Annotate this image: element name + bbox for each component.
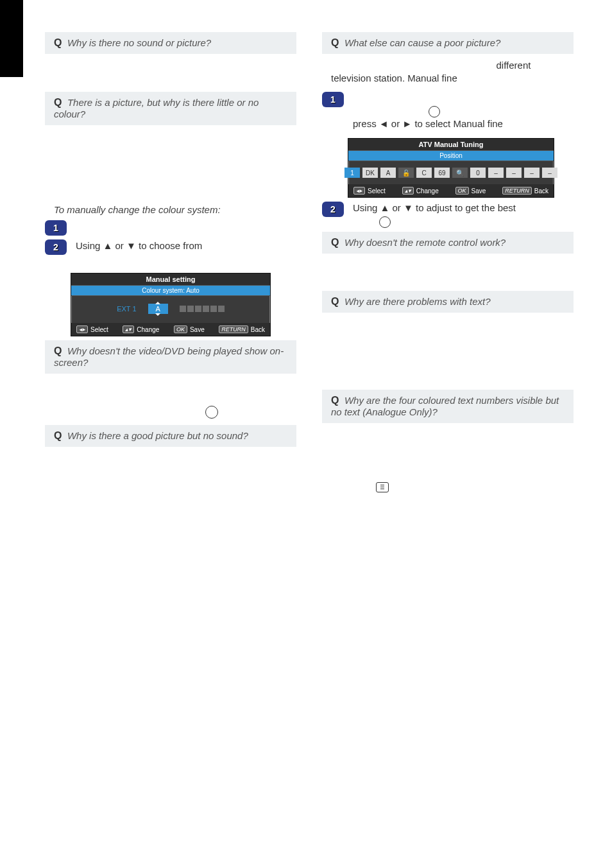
cell-lock-icon[interactable]: 🔓 (398, 168, 414, 178)
q-text: There is a picture, but why is there lit… (54, 97, 259, 119)
cell-offset[interactable]: 0 (470, 168, 486, 178)
answer-block: A When using an external source, for ins… (45, 125, 296, 198)
q-label: Q (331, 237, 339, 248)
cell-band[interactable]: C (416, 168, 432, 178)
atv-tuning-dialog: ATV Manual Tuning Position 1 DK A 🔓 C 69… (348, 138, 554, 198)
dialog-dots (180, 306, 225, 312)
ok-icon: OK (429, 106, 440, 117)
question-band: Q Why doesn't the remote control work? (322, 232, 574, 254)
answer-text: Check all lead connections. Sound may ha… (54, 453, 282, 476)
footer-back: Back (251, 326, 265, 333)
cell-colour-system[interactable]: A (380, 168, 396, 178)
ok-key-icon: OK (174, 326, 187, 333)
footer-select: Select (90, 326, 108, 333)
answer-block: A Make sure the video recorder or DVD pl… (45, 374, 296, 421)
side-tab (0, 0, 23, 77)
q-label: Q (54, 37, 62, 49)
answer-text: Make sure the video recorder or DVD play… (54, 379, 281, 417)
return-key-icon: RETURN (502, 187, 532, 195)
cell-system[interactable]: DK (362, 168, 378, 178)
answer-block: A Text has been selected while viewing a… (322, 423, 574, 496)
ok-key-icon: OK (455, 187, 469, 195)
step-number-badge: 1 (322, 92, 344, 107)
cell-name[interactable]: – (506, 168, 522, 178)
a-label: A (331, 59, 338, 72)
sub-instruction: To manually change the colour system: (54, 204, 296, 215)
q-text: Why doesn't the video/DVD being played s… (54, 345, 284, 368)
step-text: Using ▲ or ▼ to choose from Auto, PAL, S… (76, 239, 296, 266)
q-text: Why is there no sound or picture? (67, 37, 211, 48)
nav-key-icon: ▴▾ (123, 326, 134, 333)
return-key-icon: RETURN (219, 326, 248, 333)
dialog-subtitle: Position (348, 151, 554, 161)
dialog-row-value[interactable]: A (148, 304, 168, 314)
answer-block: A Check that the batteries are not dead … (322, 254, 574, 288)
footer-change: Change (416, 187, 439, 195)
q-label: Q (54, 97, 62, 108)
input-source-icon: ⊕ (205, 406, 218, 419)
footer-save: Save (190, 326, 205, 333)
footer-back: Back (534, 187, 548, 195)
a-label: A (54, 130, 61, 143)
cell-channel[interactable]: 69 (434, 168, 450, 178)
question-band: Q There is a picture, but why is there l… (45, 92, 296, 125)
nav-key-icon: ▴▾ (402, 187, 414, 195)
answer-block: A Check the television is not in standby… (45, 54, 296, 88)
a-label: A (54, 59, 61, 72)
answer-text: Check the television is not in standby m… (54, 60, 284, 83)
answer-text: Check that the batteries are not dead or… (331, 259, 550, 283)
question-band: Q Why doesn't the video/DVD being played… (45, 340, 296, 374)
dialog-footer: ◂▸Select ▴▾Change OKSave RETURNBack (71, 323, 270, 336)
cell-name[interactable]: – (542, 168, 557, 178)
q-text: Why are there problems with text? (344, 296, 491, 307)
answer-text: Good performance of text depends on a go… (331, 318, 563, 381)
ok-icon: OK (379, 216, 391, 228)
q-text: Why is there a good picture but no sound… (67, 430, 248, 441)
footer-change: Change (137, 326, 159, 333)
q-text: Why are the four coloured text numbers v… (331, 395, 559, 417)
cell-name[interactable]: – (524, 168, 540, 178)
q-label: Q (331, 395, 339, 406)
dialog-body: EXT 1 A (71, 296, 270, 323)
dialog-row-label: EXT 1 (117, 305, 136, 313)
answer-block: A Good performance of text depends on a … (322, 313, 574, 385)
step-number-badge: 1 (45, 220, 67, 236)
a-label: A (331, 428, 338, 441)
dialog-footer: ◂▸Select ▴▾Change OKSave RETURNBack (348, 184, 554, 197)
answer-text: Text has been selected while viewing an … (331, 429, 563, 492)
right-column: Q What else can cause a poor picture? A … (322, 26, 574, 496)
a-label: A (331, 318, 338, 331)
answer-block: A Interference or a weak signal. Try a d… (322, 54, 574, 88)
q-text: What else can cause a poor picture? (344, 37, 500, 48)
a-label: A (54, 452, 61, 465)
step-text: From the Setup menu, select Manual setti… (76, 220, 296, 233)
left-column: Q Why is there no sound or picture? A Ch… (45, 26, 296, 496)
step-text: Select the ATV Manual Tuning menu. Highl… (353, 92, 574, 131)
cell-name[interactable]: – (488, 168, 504, 178)
step-row: 2 Using ▲ or ▼ to adjust to get the best… (322, 202, 574, 228)
question-band: Q Why is there a good picture but no sou… (45, 425, 296, 447)
footer-save: Save (472, 187, 486, 195)
question-band: Q Why are there problems with text? (322, 291, 574, 313)
step-row: 1 Select the ATV Manual Tuning menu. Hig… (322, 92, 574, 131)
step-number-badge: 2 (45, 239, 67, 255)
dialog-body: 1 DK A 🔓 C 69 🔍 0 – – – – (348, 161, 554, 184)
question-band: Q What else can cause a poor picture? (322, 32, 574, 54)
a-label: A (331, 259, 338, 272)
answer-text: When using an external source, for insta… (54, 131, 287, 194)
manual-setting-dialog: Manual setting Colour system: Auto EXT 1… (71, 273, 271, 336)
a-label: A (54, 379, 61, 392)
footer-select: Select (368, 187, 386, 195)
q-label: Q (331, 37, 339, 49)
question-band: Q Why is there no sound or picture? (45, 32, 296, 54)
dialog-title: Manual setting (71, 273, 270, 286)
step-row: 2 Using ▲ or ▼ to choose from Auto, PAL,… (45, 239, 296, 266)
q-label: Q (331, 296, 339, 308)
step-text: Using ▲ or ▼ to adjust to get the best p… (353, 202, 574, 228)
nav-key-icon: ◂▸ (76, 326, 88, 333)
step-row: 1 From the Setup menu, select Manual set… (45, 220, 296, 236)
dialog-subtitle: Colour system: Auto (71, 286, 270, 296)
cell-position[interactable]: 1 (344, 168, 360, 178)
q-label: Q (54, 430, 62, 442)
cell-search-icon[interactable]: 🔍 (452, 168, 468, 178)
